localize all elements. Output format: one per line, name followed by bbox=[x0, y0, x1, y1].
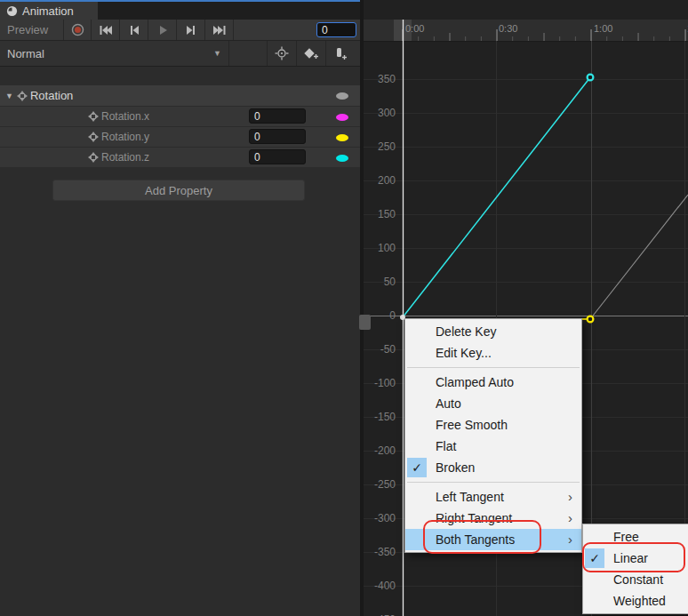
add-keyframe-icon bbox=[303, 47, 319, 60]
value-axis-label: -150 bbox=[360, 411, 396, 423]
skip-to-end-button[interactable] bbox=[205, 20, 234, 40]
menu-item-clamped-auto[interactable]: Clamped Auto bbox=[405, 372, 581, 393]
step-forward-button[interactable] bbox=[177, 20, 205, 40]
preview-button[interactable]: Preview bbox=[0, 20, 64, 40]
preview-label: Preview bbox=[7, 23, 48, 36]
tangent-context-menu: Delete KeyEdit Key...Clamped AutoAutoFre… bbox=[404, 318, 582, 553]
property-group-label: Rotation bbox=[30, 89, 73, 102]
animated-property-icon bbox=[88, 152, 99, 163]
filter-by-selection-button[interactable] bbox=[267, 41, 296, 66]
menu-item-edit-key[interactable]: Edit Key... bbox=[405, 342, 581, 364]
value-axis-label: -350 bbox=[360, 546, 396, 558]
property-row-rotation-y[interactable]: Rotation.y bbox=[0, 126, 360, 147]
menu-item-free[interactable]: Free bbox=[583, 526, 688, 548]
value-axis-label: -300 bbox=[360, 512, 396, 524]
menu-item-label: Auto bbox=[436, 396, 461, 411]
frame-input[interactable] bbox=[316, 22, 356, 37]
submenu-arrow-icon: › bbox=[568, 529, 572, 550]
menu-item-label: Edit Key... bbox=[436, 346, 492, 360]
menu-separator bbox=[407, 367, 580, 368]
menu-item-linear[interactable]: ✓Linear bbox=[583, 548, 688, 569]
value-axis-label: 100 bbox=[360, 242, 396, 254]
animation-left-panel: Animation Preview bbox=[0, 0, 360, 616]
step-back-button[interactable] bbox=[120, 20, 148, 40]
menu-item-broken[interactable]: ✓Broken bbox=[405, 457, 581, 478]
property-row-rotation-z[interactable]: Rotation.z bbox=[0, 147, 360, 167]
menu-item-free-smooth[interactable]: Free Smooth bbox=[405, 414, 581, 436]
curve-color-dot-z bbox=[336, 155, 348, 162]
menu-item-label: Constant bbox=[613, 572, 663, 587]
value-field-rotation-x[interactable] bbox=[249, 108, 306, 124]
tab-bar: Animation bbox=[0, 0, 360, 20]
value-axis-label: -50 bbox=[360, 343, 396, 356]
menu-item-both-tangents[interactable]: Both Tangents› bbox=[405, 529, 581, 550]
menu-item-label: Both Tangents bbox=[436, 532, 515, 547]
step-forward-icon bbox=[185, 25, 197, 36]
record-icon bbox=[71, 23, 84, 36]
value-axis-label: -200 bbox=[360, 444, 396, 457]
tab-title: Animation bbox=[22, 4, 74, 18]
add-event-icon bbox=[333, 47, 348, 60]
chevron-down-icon: ▼ bbox=[213, 49, 221, 58]
options-toolbar: Normal ▼ bbox=[0, 41, 360, 67]
property-label: Rotation.x bbox=[101, 110, 149, 123]
play-icon bbox=[157, 25, 168, 36]
animated-property-icon bbox=[88, 132, 99, 142]
playback-toolbar: Preview bbox=[0, 20, 360, 41]
panel-divider[interactable] bbox=[360, 0, 364, 616]
value-axis-label: 200 bbox=[360, 174, 396, 187]
curve-color-dot-x bbox=[336, 114, 348, 121]
value-axis-label: 50 bbox=[360, 276, 396, 288]
property-label: Rotation.y bbox=[101, 131, 149, 143]
value-axis-label: 350 bbox=[360, 73, 396, 85]
menu-item-label: Free bbox=[613, 530, 639, 544]
value-axis-label: 150 bbox=[360, 208, 396, 220]
submenu-arrow-icon: › bbox=[568, 508, 572, 529]
value-axis-label: -400 bbox=[360, 580, 396, 592]
animated-property-icon bbox=[88, 111, 99, 122]
property-row-rotation-x[interactable]: Rotation.x bbox=[0, 106, 360, 126]
foldout-triangle-icon[interactable]: ▼ bbox=[5, 92, 13, 100]
property-row-rotation[interactable]: ▼ Rotation bbox=[0, 85, 360, 106]
skip-to-start-button[interactable] bbox=[92, 20, 120, 40]
menu-item-label: Left Tangent bbox=[436, 490, 504, 504]
time-ruler-label: 0:00 bbox=[405, 23, 424, 34]
add-event-button[interactable] bbox=[325, 41, 355, 66]
menu-item-left-tangent[interactable]: Left Tangent› bbox=[405, 486, 581, 508]
menu-item-label: Delete Key bbox=[436, 324, 496, 339]
mode-dropdown[interactable]: Normal ▼ bbox=[0, 41, 229, 66]
add-property-label: Add Property bbox=[145, 184, 212, 197]
value-axis-label: -450 bbox=[360, 613, 396, 616]
menu-item-label: Flat bbox=[436, 439, 456, 453]
value-scrollbar-thumb[interactable] bbox=[359, 315, 371, 330]
menu-item-right-tangent[interactable]: Right Tangent› bbox=[405, 508, 581, 529]
value-field-rotation-z[interactable] bbox=[249, 149, 306, 164]
menu-item-weighted[interactable]: Weighted bbox=[583, 590, 688, 612]
tab-animation[interactable]: Animation bbox=[0, 2, 98, 20]
record-button[interactable] bbox=[64, 20, 92, 40]
menu-item-label: Right Tangent bbox=[436, 511, 512, 525]
submenu-arrow-icon: › bbox=[568, 486, 572, 508]
time-ruler-label: 1:00 bbox=[594, 23, 612, 34]
value-axis-label: 250 bbox=[360, 140, 396, 153]
skip-to-end-icon bbox=[212, 25, 227, 36]
menu-item-constant[interactable]: Constant bbox=[583, 569, 688, 590]
add-property-button[interactable]: Add Property bbox=[52, 180, 305, 201]
menu-item-label: Weighted bbox=[613, 594, 666, 608]
menu-item-label: Clamped Auto bbox=[436, 375, 514, 389]
clock-icon bbox=[6, 5, 18, 17]
menu-item-auto[interactable]: Auto bbox=[405, 393, 581, 414]
play-button[interactable] bbox=[148, 20, 177, 40]
menu-item-label: Linear bbox=[613, 551, 648, 565]
skip-to-start-icon bbox=[99, 25, 113, 36]
add-keyframe-button[interactable] bbox=[296, 41, 325, 66]
value-field-rotation-y[interactable] bbox=[249, 129, 306, 144]
menu-item-flat[interactable]: Flat bbox=[405, 436, 581, 457]
value-axis-label: 300 bbox=[360, 107, 396, 119]
property-label: Rotation.z bbox=[101, 151, 149, 164]
both-tangents-submenu: Free✓LinearConstantWeighted bbox=[582, 524, 688, 614]
step-back-icon bbox=[128, 25, 140, 36]
time-ruler-label: 0:30 bbox=[499, 23, 517, 34]
menu-item-label: Broken bbox=[436, 460, 475, 475]
menu-item-delete-key[interactable]: Delete Key bbox=[405, 321, 581, 342]
